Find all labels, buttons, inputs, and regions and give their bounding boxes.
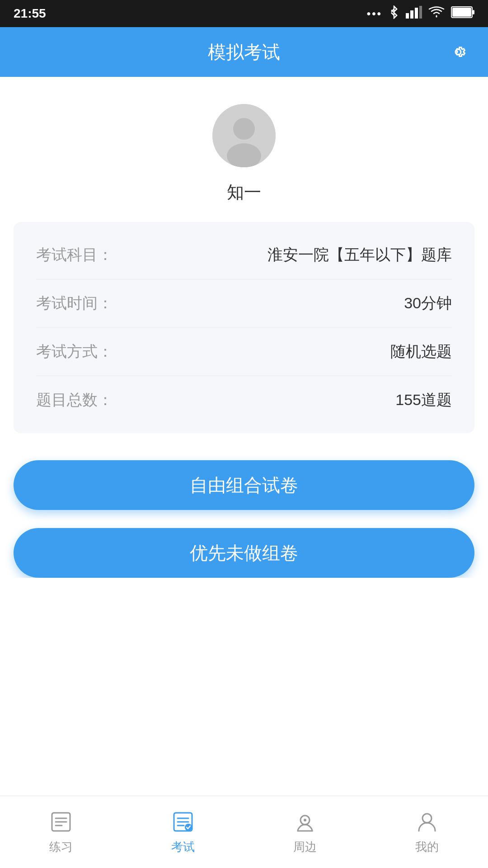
status-bar: 21:55 ••• [0,0,488,27]
label-total: 题目总数： [36,390,113,410]
nearby-icon [292,809,318,835]
status-icons: ••• [367,5,474,22]
bluetooth-icon [389,5,399,22]
tab-profile-label: 我的 [415,839,439,855]
content-wrapper: 知一 考试科目： 淮安一院【五年以下】题库 考试时间： 30分钟 考试方式： 随… [0,77,488,868]
practice-icon [48,809,74,835]
buttons-section: 自由组合试卷 优先未做组卷 [0,460,488,578]
page-wrapper: 21:55 ••• [0,0,488,868]
nav-title: 模拟考试 [208,40,280,65]
value-subject: 淮安一院【五年以下】题库 [267,245,452,265]
value-method: 随机选题 [390,341,452,362]
wifi-icon [428,6,445,22]
user-name: 知一 [227,181,261,204]
svg-point-20 [304,819,306,821]
exam-icon [170,809,196,835]
tab-practice-label: 练习 [49,839,73,855]
svg-rect-1 [410,10,413,19]
info-row-total: 题目总数： 155道题 [36,376,452,424]
svg-rect-3 [419,6,422,19]
svg-rect-6 [452,8,471,17]
label-time: 考试时间： [36,293,113,314]
free-compose-button[interactable]: 自由组合试卷 [14,460,474,510]
profile-icon [414,809,440,835]
value-total: 155道题 [395,390,452,410]
tab-nearby[interactable]: 周边 [244,809,366,855]
more-icon: ••• [367,7,382,20]
svg-rect-2 [415,8,418,19]
status-time: 21:55 [14,6,46,21]
info-row-time: 考试时间： 30分钟 [36,279,452,328]
svg-rect-0 [406,13,409,19]
info-row-method: 考试方式： 随机选题 [36,328,452,376]
avatar-section: 知一 [0,77,488,222]
nav-bar: 模拟考试 [0,27,488,77]
tab-bar: 练习 考试 [0,796,488,868]
info-row-subject: 考试科目： 淮安一院【五年以下】题库 [36,231,452,279]
battery-icon [451,6,474,21]
tab-nearby-label: 周边 [293,839,317,855]
svg-rect-5 [473,10,474,14]
label-subject: 考试科目： [36,245,113,265]
tab-exam[interactable]: 考试 [122,809,244,855]
tab-exam-label: 考试 [171,839,195,855]
label-method: 考试方式： [36,341,113,362]
value-time: 30分钟 [404,293,452,314]
tab-practice[interactable]: 练习 [0,809,122,855]
settings-button[interactable] [446,40,470,64]
avatar [212,104,276,167]
priority-undone-button[interactable]: 优先未做组卷 [14,528,474,578]
info-card: 考试科目： 淮安一院【五年以下】题库 考试时间： 30分钟 考试方式： 随机选题… [14,222,474,433]
tab-profile[interactable]: 我的 [366,809,488,855]
signal-icon [406,6,422,22]
svg-point-8 [233,118,255,140]
svg-point-21 [422,814,432,823]
